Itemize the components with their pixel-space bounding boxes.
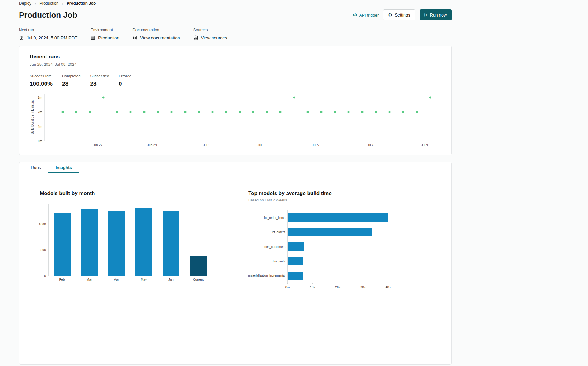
run-point[interactable] [320, 111, 322, 113]
run-point[interactable] [402, 111, 404, 113]
api-trigger-link[interactable]: </> API trigger [353, 13, 379, 17]
database-icon [193, 35, 198, 40]
y-axis-tick-label: 1000 [39, 222, 46, 226]
stat-success-rate: Success rate 100.00% [30, 74, 53, 87]
view-sources-link[interactable]: View sources [201, 35, 227, 40]
bar-y-axis: 05001000 [40, 204, 48, 276]
documentation-value-row: View documentation [132, 35, 180, 40]
tab-runs[interactable]: Runs [24, 162, 48, 173]
next-run-info: Next run Jul 9, 2024, 5:00 PM PDT [19, 28, 84, 40]
models-by-month-plot: 05001000FebMarAprMayJunCurrent [40, 204, 212, 283]
tab-insights[interactable]: Insights [48, 162, 80, 173]
run-point[interactable] [388, 111, 390, 113]
run-point[interactable] [266, 111, 268, 113]
recent-runs-title: Recent runs [30, 54, 441, 60]
x-axis-tick-label: Current [193, 278, 204, 281]
run-point[interactable] [211, 111, 213, 113]
documentation-label: Documentation [132, 28, 180, 32]
stat-completed: Completed 28 [62, 74, 80, 87]
insights-panel: Models built by month 05001000FebMarAprM… [19, 173, 451, 291]
stat-errored: Errored 0 [119, 74, 131, 87]
stat-label: Errored [119, 74, 131, 78]
run-point[interactable] [116, 111, 118, 113]
hbar-plot-area [287, 210, 397, 283]
month-bar[interactable] [190, 256, 207, 276]
sources-label: Sources [193, 28, 227, 32]
job-detail-card: Runs Insights Models built by month 0500… [19, 162, 452, 365]
run-point[interactable] [89, 111, 91, 113]
scatter-x-axis: Jun 27Jun 29Jul 1Jul 3Jul 5Jul 7Jul 9 [44, 141, 441, 148]
run-point[interactable] [279, 111, 282, 113]
run-point[interactable] [184, 111, 186, 113]
x-axis-tick-label: 20s [335, 285, 340, 289]
month-bar[interactable] [135, 208, 152, 276]
x-axis-tick-label: Jul 7 [367, 143, 373, 147]
run-point[interactable] [348, 111, 350, 113]
stat-label: Success rate [30, 74, 53, 78]
run-point[interactable] [225, 111, 227, 113]
run-point[interactable] [143, 111, 145, 113]
run-point[interactable] [361, 111, 363, 113]
breadcrumb-item-production[interactable]: Production [39, 1, 58, 6]
page-title: Production Job [19, 10, 77, 20]
environment-link[interactable]: Production [98, 35, 119, 40]
x-axis-tick-label: Apr [114, 278, 119, 281]
next-run-label: Next run [19, 28, 77, 32]
breadcrumb-item-deploy[interactable]: Deploy [19, 1, 31, 6]
model-build-time-bar[interactable] [288, 213, 388, 222]
month-bar[interactable] [54, 213, 71, 276]
month-bar[interactable] [163, 211, 179, 276]
axis-tick-mark [388, 283, 388, 284]
run-point[interactable] [102, 97, 105, 99]
run-point[interactable] [375, 111, 377, 113]
model-build-time-bar[interactable] [288, 272, 303, 280]
y-axis-title: Build Duration in Minutes [30, 94, 35, 141]
stat-label: Completed [62, 74, 80, 78]
run-point[interactable] [198, 111, 200, 113]
settings-button[interactable]: ⚙ Settings [383, 9, 415, 20]
model-build-time-bar[interactable] [288, 242, 304, 251]
x-axis-tick-label: 10s [310, 285, 315, 289]
run-duration-plot: 0m1m2m3mJun 27Jun 29Jul 1Jul 3Jul 5Jul 7… [35, 94, 441, 148]
run-point[interactable] [293, 97, 295, 99]
stat-value: 28 [90, 80, 109, 87]
run-point[interactable] [429, 97, 431, 99]
run-point[interactable] [416, 111, 418, 113]
environment-label: Environment [91, 28, 119, 32]
next-run-value: Jul 9, 2024, 5:00 PM PDT [27, 35, 77, 40]
month-bar[interactable] [81, 209, 98, 276]
model-build-time-bar[interactable] [288, 228, 372, 236]
run-point[interactable] [171, 111, 173, 113]
top-models-by-build-time-chart: Top models by average build time Based o… [248, 190, 397, 291]
vertical-divider [187, 28, 187, 40]
run-point[interactable] [130, 111, 132, 113]
model-name-label: dim_parts [272, 259, 285, 263]
run-point[interactable] [75, 111, 77, 113]
run-point[interactable] [252, 111, 254, 113]
x-axis-tick-label: Jul 5 [312, 143, 319, 147]
model-build-time-bar[interactable] [288, 257, 303, 265]
run-point[interactable] [334, 111, 336, 113]
models-built-by-month-chart: Models built by month 05001000FebMarAprM… [40, 190, 212, 291]
stat-value: 28 [62, 80, 80, 87]
environment-value-row: Production [91, 35, 119, 40]
x-axis-tick-label: Jun [168, 278, 174, 281]
run-point[interactable] [239, 111, 241, 113]
y-axis-tick-label: 2m [38, 110, 42, 114]
run-now-button[interactable]: ▷ Run now [420, 9, 452, 20]
model-name-label: fct_order_items [264, 216, 285, 219]
run-point[interactable] [307, 111, 309, 113]
view-documentation-link[interactable]: View documentation [140, 35, 180, 40]
axis-tick-mark [287, 283, 288, 284]
play-icon: ▷ [425, 13, 427, 17]
run-duration-chart: Build Duration in Minutes 0m1m2m3mJun 27… [30, 94, 441, 148]
header-actions: </> API trigger ⚙ Settings ▷ Run now [353, 9, 452, 20]
month-bar[interactable] [108, 211, 125, 276]
run-point[interactable] [61, 111, 64, 113]
tab-bar: Runs Insights [19, 162, 451, 173]
model-name-label: materialization_incremental [248, 274, 285, 277]
run-point[interactable] [157, 111, 159, 113]
x-axis-tick-label: 40s [386, 285, 391, 289]
x-axis-tick-label: Feb [59, 278, 65, 281]
environment-info: Environment Production [91, 28, 126, 40]
